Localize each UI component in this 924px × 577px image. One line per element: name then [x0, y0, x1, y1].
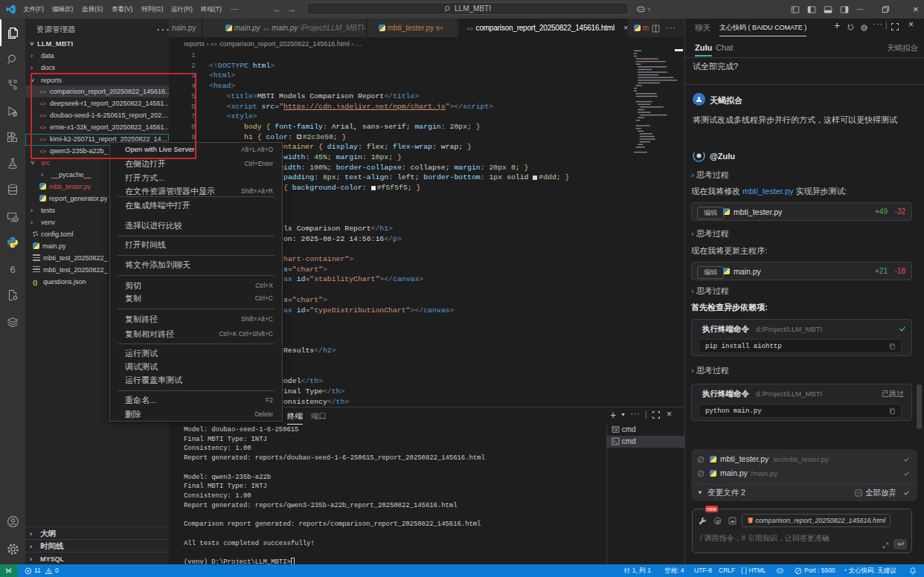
svg-text:CA: CA [613, 428, 617, 432]
svg-text:@: @ [716, 518, 720, 523]
